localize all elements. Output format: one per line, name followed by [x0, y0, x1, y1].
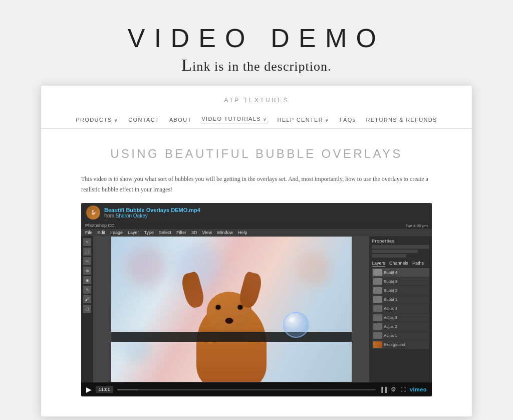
ps-tool-6[interactable]: ✎	[83, 286, 91, 294]
ps-tool-3[interactable]: ✂	[83, 257, 91, 265]
ps-menu-filter[interactable]: Filter	[176, 230, 186, 235]
progress-bar[interactable]	[117, 389, 376, 390]
play-button[interactable]: ▶	[86, 385, 92, 393]
ps-workspace: ↖ ⬚ ✂ ⊕ ◉ ✎ 🖌 ◻	[81, 236, 432, 382]
ps-menu-layer[interactable]: Layer	[128, 230, 139, 235]
ps-menu-help[interactable]: Help	[238, 230, 247, 235]
dog-eye-right	[237, 305, 242, 310]
ps-layer-row-8[interactable]: Adjus 1	[372, 331, 429, 340]
nav-video-tutorials[interactable]: VIDEO TUTORIALS ∨	[201, 116, 267, 123]
ps-left-toolbar: ↖ ⬚ ✂ ⊕ ◉ ✎ 🖌 ◻	[81, 236, 93, 382]
video-player: 🐕 Beautifl Bubble Overlays DEMO.mp4 from…	[81, 203, 432, 396]
ps-layer-row-2[interactable]: Bubbl 3	[372, 277, 429, 286]
ps-layers-header: Layers Channels Paths	[372, 261, 429, 267]
hero-title: VIDEO DEMO	[128, 24, 385, 53]
ps-tool-8[interactable]: ◻	[83, 305, 91, 313]
ps-status: Tue 4:00 pm	[405, 224, 428, 228]
video-title-text: Beautifl Bubble Overlays DEMO.mp4	[104, 207, 200, 213]
fence-bar	[111, 332, 352, 342]
dog-ear-right	[237, 271, 264, 310]
ps-menu-select[interactable]: Select	[159, 230, 171, 235]
ps-tool-7[interactable]: 🖌	[83, 295, 91, 303]
ps-properties-panel: Properties	[372, 239, 429, 258]
nav-returns[interactable]: RETURNS & REFUNDS	[366, 117, 437, 123]
video-author-line: from Sharon Oakey	[104, 213, 200, 219]
ps-menu-file[interactable]: File	[85, 230, 93, 235]
ps-canvas-area	[93, 236, 369, 382]
hero-subtitle: Link is in the description.	[128, 56, 385, 75]
video-author: Sharon Oakey	[116, 213, 148, 219]
ps-menu-3d[interactable]: 3D	[191, 230, 197, 235]
dog-nose	[225, 318, 233, 324]
video-controls: ▶ 11:01 ▐▐ ⚙ ⛶ vimeo	[81, 382, 432, 396]
ps-tool-2[interactable]: ⬚	[83, 248, 91, 256]
ps-right-panels: Properties Layers Channels Paths	[369, 236, 432, 382]
settings-icon[interactable]: ⚙	[391, 386, 396, 393]
ps-menubar: File Edit Image Layer Type Select Filter…	[81, 229, 432, 236]
ps-topbar: Photoshop CC Tue 4:00 pm	[81, 222, 432, 229]
ps-layer-row-7[interactable]: Adjus 2	[372, 322, 429, 331]
vimeo-logo: vimeo	[410, 386, 427, 392]
ps-tool-5[interactable]: ◉	[83, 276, 91, 284]
page-description: This video is to show you what sort of b…	[81, 174, 432, 195]
photoshop-interface: Photoshop CC Tue 4:00 pm File Edit Image…	[81, 222, 432, 382]
navigation: PRODUCTS ∨ CONTACT ABOUT VIDEO TUTORIALS…	[61, 111, 452, 128]
avatar: 🐕	[86, 205, 100, 220]
ps-layer-background[interactable]: Background	[372, 340, 429, 349]
volume-icon[interactable]: ▐▐	[380, 387, 387, 392]
ps-layers-panel: Layers Channels Paths Bubbl 4 Bubbl 3	[372, 261, 429, 349]
nav-faqs[interactable]: FAQs	[340, 117, 356, 123]
ps-menu-image[interactable]: Image	[110, 230, 123, 235]
ps-panel-header: Properties	[372, 239, 429, 244]
time-display: 11:01	[96, 386, 113, 393]
progress-fill	[117, 389, 138, 390]
ps-tool-4[interactable]: ⊕	[83, 267, 91, 275]
page-title: USING BEAUTIFUL BUBBLE OVERLAYS	[81, 147, 432, 161]
nav-products[interactable]: PRODUCTS ∨	[76, 117, 118, 123]
video-title-bar: 🐕 Beautifl Bubble Overlays DEMO.mp4 from…	[81, 203, 432, 222]
site-header: ATP TEXTURES PRODUCTS ∨ CONTACT ABOUT VI…	[41, 86, 472, 129]
ps-app-name: Photoshop CC	[85, 223, 115, 228]
ps-layer-row-4[interactable]: Bubbl 1	[372, 295, 429, 304]
ps-layer-row-1[interactable]: Bubbl 4	[372, 268, 429, 277]
ps-menu-type[interactable]: Type	[144, 230, 154, 235]
nav-help-center[interactable]: HELP CENTER ∨	[278, 117, 330, 123]
bubble	[283, 312, 309, 338]
ps-tool-1[interactable]: ↖	[83, 238, 91, 246]
ps-menu-window[interactable]: Window	[217, 230, 233, 235]
nav-contact[interactable]: CONTACT	[128, 117, 159, 123]
ps-layer-row-6[interactable]: Adjus 3	[372, 313, 429, 322]
ps-menu-view[interactable]: View	[202, 230, 212, 235]
ps-layer-row-3[interactable]: Bubbl 2	[372, 286, 429, 295]
site-name: ATP TEXTURES	[61, 97, 452, 104]
dog-eye-left	[215, 305, 220, 310]
page-content: USING BEAUTIFUL BUBBLE OVERLAYS This vid…	[41, 129, 472, 416]
ps-menu-edit[interactable]: Edit	[98, 230, 106, 235]
nav-about[interactable]: ABOUT	[169, 117, 192, 123]
ps-layer-row-5[interactable]: Adjus 4	[372, 304, 429, 313]
browser-window: ATP TEXTURES PRODUCTS ∨ CONTACT ABOUT VI…	[41, 86, 472, 416]
fullscreen-icon[interactable]: ⛶	[400, 386, 406, 392]
hero-section: VIDEO DEMO Link is in the description.	[118, 10, 395, 86]
dog-scene	[111, 237, 352, 382]
